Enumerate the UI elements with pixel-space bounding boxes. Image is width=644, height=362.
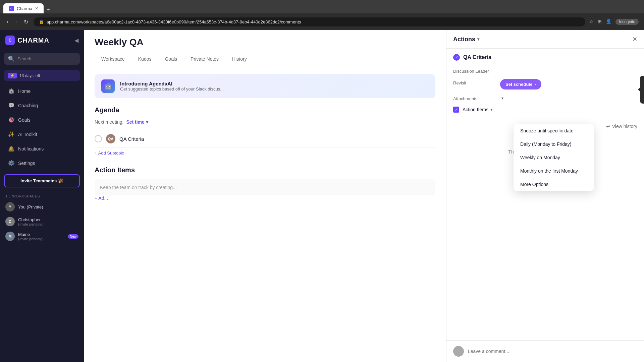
schedule-option-snooze[interactable]: Snooze until specific date bbox=[514, 124, 594, 137]
coaching-icon: 💬 bbox=[8, 102, 15, 109]
sidebar-item-ai-toolkit[interactable]: ✨ AI Toolkit bbox=[3, 128, 81, 141]
back-button[interactable]: ‹ bbox=[5, 17, 10, 26]
meeting-header: Weekly QA Workspace Kudos Goals Private … bbox=[84, 30, 446, 66]
workspace-item-you[interactable]: Y You (Private) bbox=[0, 199, 84, 214]
action-items-empty-state: Keep the team on track by creating... bbox=[95, 179, 435, 195]
schedule-option-weekly[interactable]: Weekly on Monday bbox=[514, 151, 594, 164]
qa-criteria-header-row: ✓ QA Criteria bbox=[453, 54, 637, 61]
active-tab[interactable]: C Charma ✕ bbox=[3, 3, 44, 13]
view-history-label: View history bbox=[612, 124, 637, 129]
main-content: Weekly QA Workspace Kudos Goals Private … bbox=[84, 30, 446, 362]
sidebar-logo-area: C CHARMA ◀ bbox=[0, 30, 84, 50]
tab-workspace[interactable]: Workspace bbox=[95, 53, 131, 66]
workspace-item-maine[interactable]: M Maine (Invite pending) New bbox=[0, 229, 84, 244]
invite-teammates-button[interactable]: Invite Teammates 🎉 bbox=[4, 174, 80, 187]
revisit-tooltip: Set this topic to be revisited in the fu… bbox=[640, 76, 644, 104]
avatar-you: Y bbox=[5, 202, 15, 212]
tab-goals[interactable]: Goals bbox=[158, 53, 184, 66]
schedule-option-monthly[interactable]: Monthly on the first Monday bbox=[514, 164, 594, 178]
attachments-row: Attachments ▾ bbox=[453, 95, 637, 101]
history-icon: ↩ bbox=[606, 124, 610, 129]
app-layout: C CHARMA ◀ 🔍 ⚡ 13 days left 🏠 Home 💬 Coa… bbox=[0, 30, 644, 362]
revisit-value: Set schedule › Set this topic to be revi… bbox=[500, 79, 637, 89]
search-icon: 🔍 bbox=[8, 56, 15, 62]
notifications-icon: 🔔 bbox=[8, 145, 15, 152]
action-items-title: Action Items bbox=[95, 166, 435, 174]
panel-close-button[interactable]: ✕ bbox=[632, 36, 637, 43]
workspaces-section-label: 1:1 Workspaces bbox=[0, 191, 84, 199]
qa-criteria-check-icon: ✓ bbox=[453, 54, 460, 61]
browser-chrome: C Charma ✕ + bbox=[0, 0, 644, 13]
commenter-avatar bbox=[453, 346, 464, 357]
sidebar: C CHARMA ◀ 🔍 ⚡ 13 days left 🏠 Home 💬 Coa… bbox=[0, 30, 84, 362]
workspace-name-christopher: Christopher bbox=[18, 217, 44, 222]
profile-icon[interactable]: 👤 bbox=[606, 19, 611, 25]
sidebar-item-home[interactable]: 🏠 Home bbox=[3, 84, 81, 98]
sidebar-item-settings[interactable]: ⚙️ Settings bbox=[3, 157, 81, 170]
tab-kudos[interactable]: Kudos bbox=[131, 53, 158, 66]
panel-body: ✓ QA Criteria Discussion Leader Revisit … bbox=[446, 49, 644, 340]
goals-icon: 🎯 bbox=[8, 117, 15, 123]
chevron-down-icon: ▾ bbox=[146, 119, 148, 125]
agenda-content: 🤖 Introducing AgendaAI Get suggested top… bbox=[84, 66, 446, 362]
workspace-item-christopher[interactable]: C Christopher (Invite pending) bbox=[0, 214, 84, 229]
agenda-check-qa-criteria[interactable] bbox=[95, 135, 102, 142]
days-left-text: 13 days left bbox=[19, 73, 40, 78]
workspace-sub-maine: (Invite pending) bbox=[18, 237, 44, 241]
chevron-right-icon: › bbox=[534, 82, 536, 87]
tab-close-button[interactable]: ✕ bbox=[35, 6, 38, 11]
home-icon: 🏠 bbox=[8, 88, 15, 94]
forward-button[interactable]: › bbox=[14, 17, 18, 26]
sidebar-collapse-button[interactable]: ◀ bbox=[74, 37, 78, 44]
agenda-section-title: Agenda bbox=[95, 106, 435, 114]
agenda-banner: 🤖 Introducing AgendaAI Get suggested top… bbox=[95, 74, 435, 98]
meeting-tabs: Workspace Kudos Goals Private Notes Hist… bbox=[95, 53, 435, 66]
set-time-button[interactable]: Set time ▾ bbox=[126, 119, 148, 125]
sidebar-item-label-ai-toolkit: AI Toolkit bbox=[18, 132, 37, 137]
next-meeting-row: Next meeting: Set time ▾ bbox=[95, 119, 435, 125]
action-items-panel-label: Action Items bbox=[463, 107, 488, 112]
url-text: app.charma.com/workspaces/a6e00ac2-1ac0-… bbox=[47, 19, 301, 24]
set-schedule-button[interactable]: Set schedule › bbox=[500, 79, 541, 89]
revisit-label: Revisit bbox=[453, 79, 500, 85]
sidebar-item-goals[interactable]: 🎯 Goals bbox=[3, 113, 81, 126]
action-items-expand-icon[interactable]: ▾ bbox=[490, 107, 492, 112]
search-input[interactable] bbox=[17, 56, 76, 61]
url-bar[interactable]: 🔒 app.charma.com/workspaces/a6e00ac2-1ac… bbox=[34, 17, 586, 26]
workspace-sub-christopher: (Invite pending) bbox=[18, 222, 44, 226]
extension-icon[interactable]: ⊞ bbox=[598, 19, 602, 25]
agenda-ai-icon: 🤖 bbox=[101, 79, 115, 93]
action-items-checkbox[interactable]: ✓ bbox=[453, 107, 459, 113]
add-subtopic-button[interactable]: + Add Subtopic bbox=[95, 148, 435, 158]
tab-history[interactable]: History bbox=[225, 53, 254, 66]
new-badge-maine: New bbox=[68, 234, 78, 239]
banner-title: Introducing AgendaAI bbox=[120, 81, 224, 86]
schedule-dropdown: Snooze until specific date Daily (Monday… bbox=[514, 124, 594, 191]
attachments-expand-icon[interactable]: ▾ bbox=[501, 96, 503, 101]
tab-private-notes[interactable]: Private Notes bbox=[184, 53, 225, 66]
revisit-row: Revisit Set schedule › Set this topic to… bbox=[453, 79, 637, 89]
add-action-button[interactable]: + Ad... bbox=[95, 195, 435, 201]
panel-dropdown-icon[interactable]: ▾ bbox=[477, 37, 479, 42]
sidebar-item-coaching[interactable]: 💬 Coaching bbox=[3, 99, 81, 112]
sidebar-item-label-settings: Settings bbox=[18, 161, 35, 166]
star-icon[interactable]: ☆ bbox=[589, 19, 594, 25]
schedule-option-more[interactable]: More Options bbox=[514, 178, 594, 191]
tab-favicon: C bbox=[9, 6, 14, 11]
sidebar-item-label-home: Home bbox=[18, 88, 31, 94]
avatar-christopher: C bbox=[5, 217, 15, 226]
ai-toolkit-icon: ✨ bbox=[8, 131, 15, 137]
new-tab-button[interactable]: + bbox=[44, 6, 53, 13]
sidebar-item-notifications[interactable]: 🔔 Notifications bbox=[3, 142, 81, 155]
sidebar-search[interactable]: 🔍 bbox=[4, 53, 80, 65]
address-bar: ‹ › ↻ 🔒 app.charma.com/workspaces/a6e00a… bbox=[0, 13, 644, 30]
refresh-button[interactable]: ↻ bbox=[22, 17, 30, 26]
agenda-item-qa-criteria: QA QA Criteria bbox=[95, 130, 435, 148]
workspace-name-maine: Maine bbox=[18, 232, 44, 237]
workspace-name-you: You (Private) bbox=[18, 204, 43, 209]
right-panel: Actions ▾ ✕ ✓ QA Criteria Discussion Lea… bbox=[446, 30, 644, 362]
comment-input[interactable] bbox=[468, 349, 637, 354]
meeting-title: Weekly QA bbox=[95, 37, 435, 48]
action-items-empty-text: Keep the team on track by creating... bbox=[100, 185, 177, 190]
schedule-option-daily[interactable]: Daily (Monday to Friday) bbox=[514, 137, 594, 151]
